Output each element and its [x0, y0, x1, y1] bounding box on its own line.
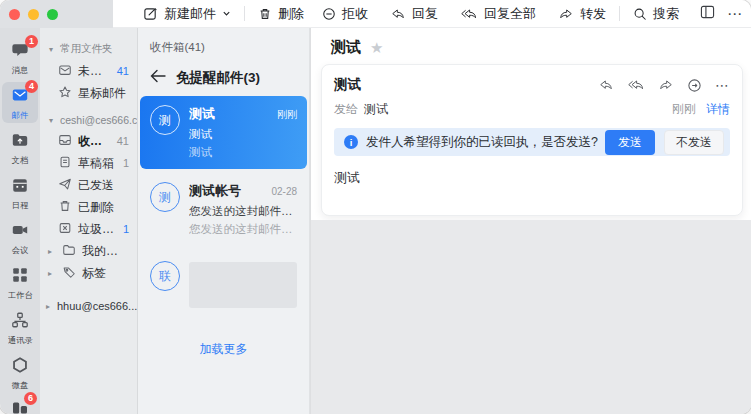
message-time: 02-28 [271, 186, 297, 197]
mail-time: 刚刚 [672, 101, 696, 118]
workspace-icon [10, 403, 30, 414]
mail-title: 测试 [331, 38, 361, 57]
spam-icon [58, 221, 72, 238]
compose-icon [143, 6, 158, 21]
info-icon: i [344, 135, 358, 149]
folder-item-unread[interactable]: 未读邮件 41 [40, 60, 137, 82]
back-arrow-icon[interactable] [150, 69, 166, 87]
reply-label: 回复 [412, 5, 438, 23]
avatar: 联 [150, 261, 180, 291]
rail-label: 会议 [12, 245, 29, 254]
folder-item-my-folders[interactable]: ▸ 我的文件夹 [40, 240, 137, 262]
message-list-header: 收件箱(41) [138, 38, 309, 55]
window-controls [0, 0, 113, 28]
tag-icon [62, 265, 76, 282]
account-hhuu[interactable]: ▸ hhuu@ces666... hhuu [40, 300, 137, 312]
load-more-link[interactable]: 加载更多 [138, 341, 309, 358]
trash-icon [58, 199, 72, 216]
reply-icon[interactable] [598, 78, 614, 92]
folder-item-sent[interactable]: 已发送 [40, 174, 137, 196]
message-list: 收件箱(41) 免提醒邮件(3) 测 测试 刚刚 测试 测试 测 [138, 28, 310, 414]
folder-item-spam[interactable]: 垃圾邮件 1 [40, 218, 137, 240]
caret-down-icon: ▾ [49, 116, 57, 125]
rail-item-messages[interactable]: 消息 1 [2, 37, 38, 78]
compose-button[interactable]: 新建邮件 [139, 2, 235, 26]
section-account-ceshi[interactable]: ▾ ceshi@ces666.com [40, 110, 137, 130]
section-common-folders[interactable]: ▾ 常用文件夹 [40, 38, 137, 60]
rail-item-workbench[interactable]: 工作台 [2, 262, 38, 303]
search-button[interactable]: 搜索 [629, 2, 683, 26]
more-button[interactable]: ⋯ [721, 2, 743, 26]
dont-send-receipt-button[interactable]: 不发送 [664, 130, 724, 155]
mail-card: 测试 ⋯ 发给 测试 刚刚 详情 [321, 64, 743, 216]
loading-placeholder [189, 262, 297, 308]
message-row[interactable]: 测 测试帐号 02-28 您发送的这封邮件已经被打开。 您发送的这封邮件已经被打… [140, 173, 307, 246]
app-window: 新建邮件 删除 拒收 回复 回复全部 转发 [0, 0, 751, 414]
mail-body: 测试 [334, 169, 730, 187]
message-row[interactable]: 测 测试 刚刚 测试 测试 [140, 96, 307, 169]
reply-all-icon[interactable] [627, 78, 645, 92]
rail-item-mail[interactable]: 邮件 4 [2, 82, 38, 123]
folder-item-deleted[interactable]: 已删除 [40, 196, 137, 218]
folder-item-inbox[interactable]: 收件箱 41 [40, 130, 137, 152]
toolbar: 新建邮件 删除 拒收 回复 回复全部 转发 [113, 0, 751, 28]
unread-badge: 1 [25, 35, 38, 48]
more-icon[interactable]: ⋯ [715, 80, 730, 90]
rail-item-workspace-switcher[interactable]: 6 [10, 397, 30, 414]
video-camera-icon [11, 221, 29, 243]
back-row[interactable]: 免提醒邮件(3) [138, 69, 309, 87]
section-header-label: 常用文件夹 [60, 42, 113, 56]
star-icon[interactable]: ★ [370, 40, 383, 55]
section-header-label: ceshi@ces666.com [60, 114, 137, 126]
send-receipt-button[interactable]: 发送 [605, 130, 655, 155]
folder-item-starred[interactable]: 星标邮件 [40, 82, 137, 104]
reply-button[interactable]: 回复 [386, 2, 442, 26]
window-minimize-button[interactable] [28, 9, 39, 20]
forward-icon [558, 7, 574, 21]
window-close-button[interactable] [9, 9, 20, 20]
rail-item-docs[interactable]: 文档 [2, 127, 38, 168]
delete-button[interactable]: 删除 [254, 2, 308, 26]
reject-button[interactable]: 拒收 [318, 2, 372, 26]
account-label: hhuu@ces666... [57, 300, 137, 312]
message-row[interactable]: 联 [140, 252, 307, 317]
search-icon [633, 7, 647, 21]
rail-label: 微盘 [12, 380, 29, 389]
unread-badge: 4 [25, 80, 38, 93]
grid-icon [11, 266, 29, 288]
details-link[interactable]: 详情 [706, 101, 730, 118]
forward-button[interactable]: 转发 [554, 2, 610, 26]
back-title: 免提醒邮件(3) [176, 69, 260, 87]
folder-label: 已删除 [78, 199, 114, 216]
to-recipient[interactable]: 测试 [364, 101, 388, 118]
window-zoom-button[interactable] [47, 9, 58, 20]
caret-down-icon: ▾ [49, 45, 57, 54]
message-preview: 您发送的这封邮件已经被打开。 [189, 222, 297, 237]
avatar: 测 [150, 182, 180, 212]
main-area: 消息 1 邮件 4 文档 日程 会议 工作台 [0, 28, 751, 414]
forward-label: 转发 [580, 5, 606, 23]
rail-item-calendar[interactable]: 日程 [2, 172, 38, 213]
rail-label: 工作台 [8, 290, 33, 299]
message-row-body: 测试 刚刚 测试 测试 [189, 105, 297, 160]
reply-all-icon [460, 7, 478, 21]
folder-item-drafts[interactable]: 草稿箱 1 [40, 152, 137, 174]
folder-item-tags[interactable]: ▸ 标签 [40, 262, 137, 284]
recall-icon[interactable] [687, 78, 702, 93]
folder-icon [62, 243, 76, 260]
rail-label: 消息 [12, 65, 29, 74]
reply-all-button[interactable]: 回复全部 [456, 2, 540, 26]
folder-label: 标签 [82, 265, 106, 282]
folder-sidebar: ▾ 常用文件夹 未读邮件 41 星标邮件 ▾ ceshi@ces666.com … [40, 28, 138, 414]
caret-right-icon: ▸ [46, 302, 54, 311]
delete-label: 删除 [278, 5, 304, 23]
layout-icon [700, 5, 715, 22]
rail-item-meeting[interactable]: 会议 [2, 217, 38, 258]
layout-toggle-button[interactable] [694, 2, 721, 25]
rail-item-drive[interactable]: 微盘 [2, 352, 38, 393]
to-label: 发给 [334, 101, 358, 118]
message-subject: 测试 [189, 127, 297, 142]
forward-icon[interactable] [658, 78, 674, 92]
rail-item-contacts[interactable]: 通讯录 [2, 307, 38, 348]
toolbar-separator [244, 6, 245, 21]
